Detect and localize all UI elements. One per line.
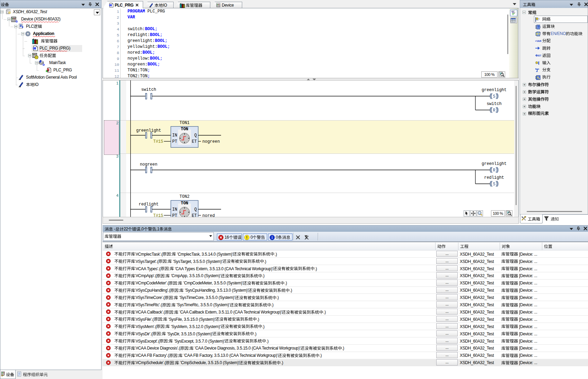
- svg-text:R: R: [493, 108, 495, 113]
- svg-text:switch: switch: [486, 102, 501, 106]
- svg-text:TON1: TON1: [179, 121, 190, 125]
- svg-text:redlight: redlight: [484, 175, 504, 180]
- svg-text:IN: IN: [172, 207, 177, 212]
- svg-text:PT: PT: [172, 213, 177, 217]
- svg-text:greenlight: greenlight: [482, 161, 507, 166]
- svg-text:S: S: [493, 182, 495, 187]
- svg-text:VAR: VAR: [537, 40, 542, 42]
- svg-text:Q: Q: [194, 207, 197, 212]
- svg-text:TON: TON: [181, 201, 188, 206]
- svg-text:ET: ET: [192, 213, 197, 217]
- svg-text:?: ?: [537, 25, 539, 29]
- svg-text:PT: PT: [172, 139, 177, 144]
- svg-text:greenlight: greenlight: [136, 128, 161, 133]
- svg-text:2: 2: [116, 121, 119, 125]
- svg-text:TON: TON: [181, 127, 188, 132]
- svg-text:redlight: redlight: [139, 202, 159, 207]
- svg-text:3: 3: [116, 154, 119, 158]
- svg-text:T#1S: T#1S: [153, 213, 163, 217]
- svg-text:S: S: [493, 94, 495, 99]
- svg-text:TON2: TON2: [179, 194, 190, 199]
- svg-text:ET: ET: [192, 139, 197, 144]
- svg-text:x: x: [538, 77, 540, 80]
- svg-text:4: 4: [116, 193, 119, 197]
- svg-text:nored: nored: [202, 213, 215, 217]
- svg-text:Q: Q: [194, 133, 197, 138]
- svg-text:IN: IN: [172, 133, 177, 138]
- svg-text:nogreen: nogreen: [140, 162, 157, 167]
- svg-text:RET: RET: [537, 54, 541, 57]
- svg-text:switch: switch: [141, 87, 156, 92]
- svg-text:R: R: [493, 168, 495, 173]
- svg-text:E?: E?: [536, 32, 540, 36]
- svg-text:1: 1: [116, 81, 119, 85]
- svg-text:T#1S: T#1S: [153, 139, 163, 144]
- svg-text:nogreen: nogreen: [202, 139, 220, 144]
- svg-text:greenlight: greenlight: [482, 88, 507, 92]
